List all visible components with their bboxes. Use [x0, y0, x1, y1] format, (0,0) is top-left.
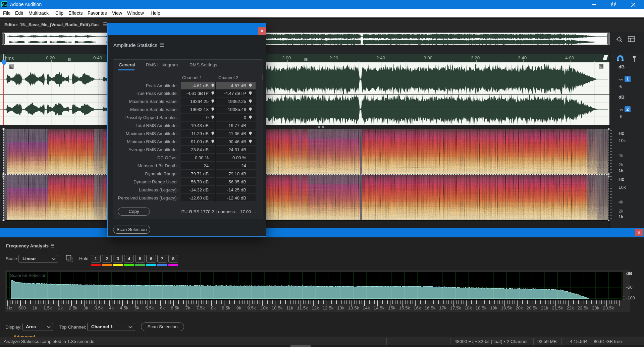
- svg-text:Scanned Selection: Scanned Selection: [10, 273, 46, 278]
